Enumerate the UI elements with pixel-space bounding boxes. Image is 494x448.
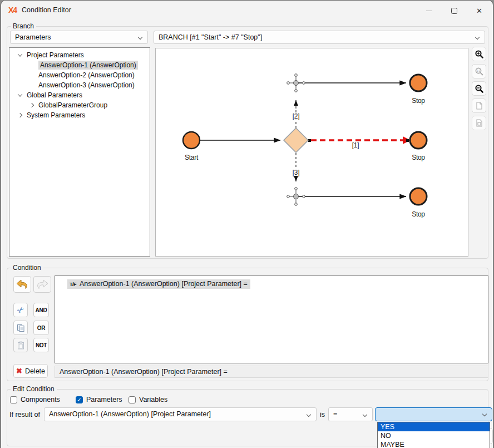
redo-arrow-icon [36,279,48,289]
result-parameter-value: AnswerOption-1 (AnswerOption) [Project P… [49,410,211,418]
tree-item-answeroption-3[interactable]: AnswerOption-3 (AnswerOption) [9,80,150,90]
condition-summary-bar: AnswerOption-1 (AnswerOption) [Project P… [55,366,488,378]
and-operator-button[interactable]: AND [33,303,49,317]
condition-row-selected[interactable]: T/FAnswerOption-1 (AnswerOption) [Projec… [67,279,250,289]
edge-endpoint-handle[interactable] [308,139,311,142]
stop-node-1-label: Stop [412,97,425,105]
zoom-out-button[interactable] [472,81,486,96]
stop-node-3[interactable] [410,188,427,205]
svg-text:1:1: 1:1 [476,70,480,72]
variables-checkbox[interactable] [129,396,136,403]
fit-page-icon [475,101,483,110]
zoom-in-button[interactable] [472,47,486,61]
workflow-diagram-canvas[interactable]: Start Stop Stop Stop [1] [2] [3] [155,48,468,257]
revert-condition-button[interactable] [33,276,51,293]
tree-item-global-parameters[interactable]: Global Parameters [9,90,150,100]
maximize-icon [451,8,457,14]
parameter-source-value: Parameters [15,33,51,41]
truefalse-badge: T/F [70,282,76,287]
components-checkbox[interactable] [10,396,17,403]
stop-node-3-label: Stop [412,210,425,218]
paste-button[interactable] [13,338,28,352]
dropdown-option-no[interactable]: NO [378,431,490,440]
edge-endpoint-handle[interactable] [406,139,409,142]
title-bar[interactable]: X4 Condition Editor ✕ [1,1,493,21]
parameters-checkbox-label[interactable]: Parameters [86,396,122,403]
junction-node-bottom[interactable] [287,188,305,206]
chevron-down-icon [138,35,142,40]
edit-condition-group-legend: Edit Condition [11,385,57,393]
tree-item-label[interactable]: System Parameters [27,111,85,119]
branch-decision-node[interactable] [284,128,308,152]
or-operator-button[interactable]: OR [33,321,49,335]
tree-item-system-parameters[interactable]: System Parameters [9,110,150,120]
value-dropdown-list: YES NO MAYBE [377,422,490,448]
tree-item-label[interactable]: GlobalParameterGroup [38,101,107,109]
chevron-down-icon[interactable] [18,92,22,96]
not-operator-button[interactable]: NOT [33,338,49,352]
scissors-icon: ✂ [14,304,26,316]
fit-selection-icon [475,119,483,127]
is-label: is [320,411,325,419]
edge-2-label: [2] [293,112,299,120]
junction-node-top[interactable] [287,74,305,92]
chevron-down-icon [482,412,487,416]
tree-item-answeroption-1[interactable]: AnswerOption-1 (AnswerOption) [9,60,150,70]
condition-group-legend: Condition [11,264,43,272]
stop-node-1[interactable] [410,75,427,91]
tree-item-label[interactable]: Global Parameters [27,91,82,99]
zoom-in-icon [475,50,484,59]
value-select-focused[interactable] [375,407,492,421]
tree-item-label-selected[interactable]: AnswerOption-1 (AnswerOption) [38,61,138,70]
minimize-icon [426,11,432,11]
branch-select[interactable]: BRANCH [#1 "Start" -> #7 "Stop"] [154,31,485,44]
parameter-source-select[interactable]: Parameters [10,31,148,44]
chevron-down-icon [307,412,311,417]
zoom-out-icon [475,84,484,93]
if-result-of-label: If result of [9,411,40,419]
fit-page-button[interactable] [472,99,486,113]
workflow-diagram: Start Stop Stop Stop [1] [2] [3] [156,48,468,256]
stop-node-2[interactable] [410,132,427,149]
dropdown-option-yes[interactable]: YES [378,422,490,431]
branch-group-legend: Branch [11,22,36,30]
edge-3-label: [3] [293,169,299,176]
clipboard-icon [17,341,25,349]
components-checkbox-label[interactable]: Components [21,396,60,403]
chevron-down-icon [363,412,367,417]
tree-item-answeroption-2[interactable]: AnswerOption-2 (AnswerOption) [9,70,150,80]
copy-button[interactable] [13,321,28,335]
tree-item-label[interactable]: Project Parameters [27,51,84,59]
tree-item-label[interactable]: AnswerOption-2 (AnswerOption) [38,71,135,79]
delete-x-icon: ✖ [16,367,22,375]
chevron-right-icon[interactable] [29,103,34,107]
operator-select[interactable]: = [328,407,373,421]
apply-condition-button[interactable] [13,276,31,293]
start-node[interactable] [183,132,200,149]
parameter-tree: Project Parameters AnswerOption-1 (Answe… [9,47,150,257]
chevron-down-icon[interactable] [18,52,22,56]
chevron-down-icon [475,35,480,40]
condition-expression-list[interactable]: T/FAnswerOption-1 (AnswerOption) [Projec… [55,275,488,363]
parameters-checkbox[interactable]: ✓ [76,396,83,403]
window-title: Condition Editor [22,6,71,14]
fit-selection-button[interactable] [472,116,486,130]
minimize-button[interactable] [417,1,442,21]
variables-checkbox-label[interactable]: Variables [139,396,167,403]
close-button[interactable]: ✕ [467,1,492,21]
cut-button[interactable]: ✂ [13,303,28,317]
zoom-actual-size-button[interactable]: 1:1 [472,64,486,78]
undo-arrow-icon [16,279,28,289]
dropdown-option-maybe[interactable]: MAYBE [378,440,490,448]
copy-icon [17,324,25,332]
result-parameter-select[interactable]: AnswerOption-1 (AnswerOption) [Project P… [44,407,317,421]
tree-item-label[interactable]: AnswerOption-3 (AnswerOption) [38,81,135,89]
tree-item-globalparametergroup[interactable]: GlobalParameterGroup [9,100,150,110]
start-node-label: Start [185,154,199,161]
chevron-right-icon[interactable] [18,113,22,117]
operator-value: = [333,410,337,418]
maximize-button[interactable] [442,1,467,21]
tree-item-project-parameters[interactable]: Project Parameters [9,50,150,60]
stop-node-2-label: Stop [412,154,425,161]
delete-condition-button[interactable]: ✖ Delete [13,364,48,378]
